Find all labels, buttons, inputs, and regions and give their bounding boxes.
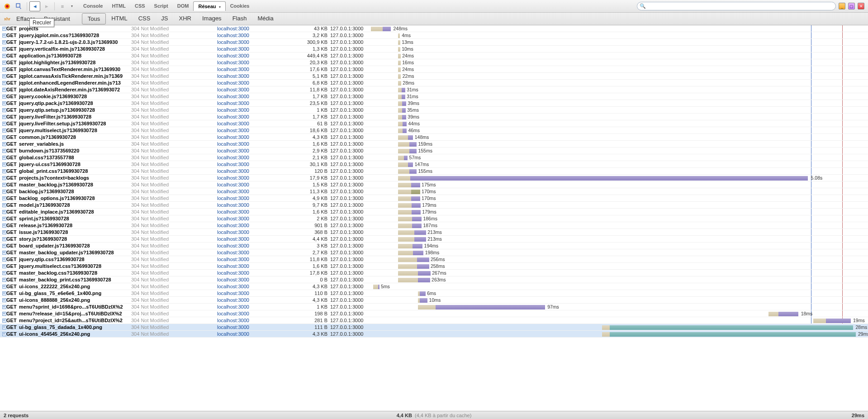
expand-icon[interactable]: + [0,325,6,329]
expand-icon[interactable]: + [0,176,6,180]
search-input[interactable]: 🔍 [637,2,836,10]
expand-icon[interactable]: + [0,87,6,92]
expand-icon[interactable]: + [0,101,6,105]
close-button[interactable]: ✕ [858,3,864,10]
firebug-icon[interactable] [2,1,13,11]
request-row[interactable]: +GETboard_updater.js?1369930728304 Not M… [0,243,868,249]
expand-icon[interactable]: + [0,298,6,302]
expand-icon[interactable]: + [0,196,6,200]
expand-icon[interactable]: + [0,108,6,112]
request-row[interactable]: +GETmaster_backlog_print.css?13699307283… [0,276,868,283]
expand-icon[interactable]: + [0,94,6,99]
forward-button[interactable]: ▸ [41,1,52,11]
request-row[interactable]: +GETjqplot.dateAxisRenderer.min.js?13699… [0,86,868,93]
request-row[interactable]: +GETjqplot.enhancedLegendRenderer.min.js… [0,80,868,86]
request-row[interactable]: +GETmenu?sprint_id=1698&pro...sT6UtiBDzI… [0,304,868,310]
expand-icon[interactable]: + [0,203,6,207]
request-row[interactable]: +GETbacklog.js?1369930728304 Not Modifie… [0,188,868,195]
request-row[interactable]: +GETjquery.multiselect.css?1369930728304… [0,263,868,270]
expand-icon[interactable]: + [0,114,6,119]
expand-icon[interactable]: + [0,74,6,78]
expand-icon[interactable]: + [0,332,6,336]
request-row[interactable]: +GETjquery-1.7.2-ui-1.8.21-ujs-2.0.3.js?… [0,39,868,46]
request-row[interactable]: +GETglobal.css?1373557788304 Not Modifie… [0,154,868,161]
back-button[interactable]: ◂ [29,1,40,11]
request-row[interactable]: +GETui-icons_454545_256x240.png304 Not M… [0,331,868,338]
expand-icon[interactable]: + [0,67,6,71]
request-row[interactable]: +GETmaster_backlog.css?1369930728304 Not… [0,270,868,276]
request-row[interactable]: +GETjquery.qtip.css?1369930728304 Not Mo… [0,256,868,263]
expand-icon[interactable]: + [0,318,6,323]
request-row[interactable]: +GETapplication.js?1369930728304 Not Mod… [0,52,868,59]
request-row[interactable]: +GETjqplot.highlighter.js?1369930728304 … [0,59,868,66]
expand-icon[interactable]: + [0,33,6,38]
filter-tab-xhr[interactable]: XHR [174,13,197,24]
request-row[interactable]: +GETui-bg_glass_75_e6e6e6_1x400.png304 N… [0,290,868,297]
expand-icon[interactable]: + [0,121,6,126]
expand-icon[interactable]: + [0,277,6,282]
request-row[interactable]: +GETserver_variables.js304 Not Modifiedl… [0,141,868,148]
request-row[interactable]: +GETmaster_backlog_updater.js?1369930728… [0,249,868,256]
request-row[interactable]: +GETprojects.js?context=backlogs304 Not … [0,175,868,181]
expand-icon[interactable]: + [0,169,6,173]
expand-icon[interactable]: + [0,189,6,194]
expand-icon[interactable]: + [0,291,6,295]
expand-icon[interactable]: + [0,216,6,221]
expand-icon[interactable]: + [0,26,6,31]
request-row[interactable]: +GETcommon.js?1369930728304 Not Modified… [0,134,868,141]
minimize-button[interactable]: _ [839,3,845,10]
filter-tab-média[interactable]: Média [252,13,279,24]
expand-icon[interactable]: + [0,311,6,316]
expand-icon[interactable]: + [0,223,6,228]
expand-icon[interactable]: + [0,53,6,58]
filter-tab-js[interactable]: JS [156,13,173,24]
expand-icon[interactable]: + [0,271,6,275]
expand-icon[interactable]: + [0,148,6,153]
request-row[interactable]: +GETjquery.multiselect.js?1369930728304 … [0,127,868,134]
expand-icon[interactable]: + [0,40,6,44]
expand-icon[interactable]: + [0,81,6,85]
request-row[interactable]: +GETjqplot.canvasAxisTickRenderer.min.js… [0,73,868,80]
panel-tab-dom[interactable]: DOM [173,1,194,11]
request-row[interactable]: +GETjquery.cookie.js?1369930728304 Not M… [0,93,868,100]
panel-tab-réseau[interactable]: Réseau ▾ [193,1,225,11]
request-row[interactable]: +GETprojects304 Not Modifiedlocalhost:30… [0,25,868,32]
expand-icon[interactable]: + [0,243,6,248]
request-row[interactable]: +GETmenu?project_id=25&auth...sT6UtiBDzI… [0,317,868,324]
request-row[interactable]: +GETui-icons_888888_256x240.png304 Not M… [0,297,868,304]
panel-menu-icon[interactable]: ≡ [57,1,68,11]
expand-icon[interactable]: + [0,60,6,65]
request-row[interactable]: +GETeditable_inplace.js?1369930728304 No… [0,209,868,215]
expand-icon[interactable]: + [0,257,6,262]
request-row[interactable]: +GETburndown.js?1373569220304 Not Modifi… [0,148,868,154]
request-row[interactable]: +GETjquery-ui.css?1369930728304 Not Modi… [0,161,868,168]
request-row[interactable]: +GETjquery.qtip.pack.js?1369930728304 No… [0,100,868,107]
filter-tab-images[interactable]: Images [197,13,227,24]
request-row[interactable]: +GETmenu?release_id=15&proj...sT6UtiBDzI… [0,310,868,317]
request-row[interactable]: +GETsprint.js?1369930728304 Not Modified… [0,215,868,222]
detach-button[interactable]: ▢ [848,3,855,10]
expand-icon[interactable]: + [0,135,6,139]
request-row[interactable]: +GETglobal_print.css?1369930728304 Not M… [0,168,868,175]
expand-icon[interactable]: + [0,210,6,214]
expand-icon[interactable]: + [0,142,6,146]
filter-tab-flash[interactable]: Flash [227,13,252,24]
request-row[interactable]: +GETissue.js?1369930728304 Not Modifiedl… [0,229,868,236]
expand-icon[interactable]: + [0,237,6,241]
request-row[interactable]: +GETjquery.liveFilter.setup.js?136993072… [0,120,868,127]
filter-tab-css[interactable]: CSS [133,13,156,24]
expand-icon[interactable]: + [0,230,6,234]
panel-tab-cookies[interactable]: Cookies [226,1,254,11]
expand-icon[interactable]: + [0,182,6,187]
request-row[interactable]: +GETjquery.jqplot.min.css?1369930728304 … [0,32,868,39]
request-row[interactable]: +GETjquery.qtip.setup.js?1369930728304 N… [0,107,868,114]
request-row[interactable]: +GETjquery.liveFilter.js?1369930728304 N… [0,114,868,120]
filter-tab-tous[interactable]: Tous [82,13,106,24]
expand-icon[interactable]: + [0,250,6,255]
request-row[interactable]: +GETui-icons_222222_256x240.png304 Not M… [0,283,868,290]
xhr-spy-icon[interactable]: xhr [3,17,12,21]
expand-icon[interactable]: + [0,264,6,268]
request-row[interactable]: +GETjquery.verticalfix-min.js?1369930728… [0,46,868,52]
request-row[interactable]: +GETrelease.js?1369930728304 Not Modifie… [0,222,868,229]
request-row[interactable]: +GETstory.js?1369930728304 Not Modifiedl… [0,236,868,243]
